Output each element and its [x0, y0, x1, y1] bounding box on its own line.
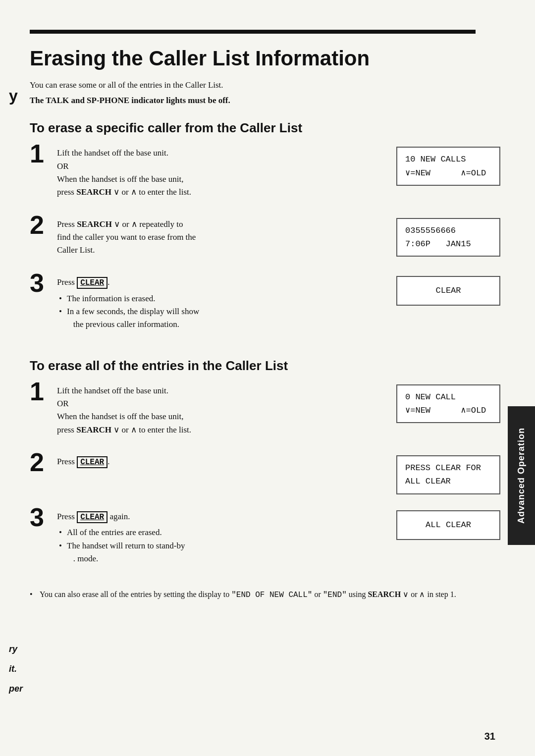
s1-step1-line3: When the handset is off the base unit, — [57, 174, 184, 184]
lcd-s2-step2-line2: ALL CLEAR — [405, 475, 491, 488]
s1-step1-line1: Lift the handset off the base unit. — [57, 148, 168, 158]
section2-step1-inner: 1 Lift the handset off the base unit. OR… — [30, 382, 384, 436]
lcd-s1-step1-line1: 10 NEW CALLS — [405, 153, 491, 166]
intro-line2-bold: The TALK and SP-PHONE indicator lights m… — [30, 96, 230, 105]
section2-step2-left: 2 Press CLEAR. — [30, 453, 384, 484]
section1-step2: 2 Press SEARCH ∨ or ∧ repeatedly to find… — [30, 216, 500, 266]
lcd-s2-step3: ALL CLEAR — [396, 510, 500, 540]
margin-letter-y: y — [9, 87, 18, 105]
margin-letter-per: per — [9, 684, 23, 694]
clear-key-s2-2: CLEAR — [77, 456, 107, 468]
section1-step1: 1 Lift the handset off the base unit. OR… — [30, 145, 500, 208]
lcd-s2-step1-line1: 0 NEW CALL — [405, 390, 491, 404]
step-content-s1-3: Press CLEAR. The information is erased. … — [57, 274, 384, 331]
bottom-note-code2: "END" — [323, 591, 347, 599]
side-tab: Advanced Operation — [508, 406, 535, 545]
lcd-s1-step2-line1: 0355556666 — [405, 224, 491, 237]
lcd-s1-step2-line2: 7:06P JAN15 — [405, 237, 491, 251]
section1-step3: 3 Press CLEAR. The information is erased… — [30, 274, 500, 340]
section1-step3-display: CLEAR — [396, 274, 500, 312]
bottom-note-code1: "END OF NEW CALL" — [231, 591, 312, 599]
margin-letter-it: it. — [9, 664, 17, 674]
lcd-s2-step2-line1: PRESS CLEAR FOR — [405, 461, 491, 475]
s1-step1-line4: press SEARCH ∨ or ∧ to enter the list. — [57, 187, 191, 197]
section1-step2-left: 2 Press SEARCH ∨ or ∧ repeatedly to find… — [30, 216, 384, 266]
s1-step3-bullet2: In a few seconds, the display will show … — [59, 305, 384, 331]
section2-step1-display: 0 NEW CALL ∨=NEW ∧=OLD — [396, 382, 500, 429]
section2-step2-display: PRESS CLEAR FOR ALL CLEAR — [396, 453, 500, 500]
lcd-s1-step2: 0355556666 7:06P JAN15 — [396, 218, 500, 257]
intro-line1: You can erase some or all of the entries… — [30, 79, 500, 92]
section2-step1-left: 1 Lift the handset off the base unit. OR… — [30, 382, 384, 445]
s2-step3-press: Press CLEAR again. — [57, 512, 130, 521]
s1-step1-or: OR — [57, 162, 69, 171]
step-content-s2-2: Press CLEAR. — [57, 453, 384, 469]
section2-step2-inner: 2 Press CLEAR. — [30, 453, 384, 475]
lcd-s2-step2: PRESS CLEAR FOR ALL CLEAR — [396, 455, 500, 494]
bottom-note-text: You can also erase all of the entries by… — [40, 590, 456, 598]
section1-step3-left: 3 Press CLEAR. The information is erased… — [30, 274, 384, 340]
step-content-s2-3: Press CLEAR again. All of the entries ar… — [57, 508, 384, 566]
s1-step3-bullet1: The information is erased. — [59, 292, 384, 305]
section1-step3-inner: 3 Press CLEAR. The information is erased… — [30, 274, 384, 331]
clear-key-s1-3: CLEAR — [77, 277, 107, 289]
s2-step1-or: OR — [57, 399, 69, 408]
s1-step3-press: Press CLEAR. — [57, 277, 109, 287]
step-number-s1-2: 2 — [30, 212, 57, 238]
s2-step1-line3: When the handset is off the base unit, — [57, 412, 184, 421]
section1-step2-display: 0355556666 7:06P JAN15 — [396, 216, 500, 263]
main-content: Erasing the Caller List Information You … — [30, 37, 500, 612]
clear-key-s2-3: CLEAR — [77, 511, 107, 523]
section2-step2: 2 Press CLEAR. PRESS CLEAR FOR ALL CLEAR — [30, 453, 500, 500]
top-bar — [30, 30, 476, 34]
s2-step1-line1: Lift the handset off the base unit. — [57, 386, 168, 395]
step-content-s2-1: Lift the handset off the base unit. OR W… — [57, 382, 384, 436]
lcd-s2-step3-line1: ALL CLEAR — [426, 518, 471, 532]
page: Advanced Operation y ry it. per Erasing … — [0, 0, 535, 756]
section1-step1-inner: 1 Lift the handset off the base unit. OR… — [30, 145, 384, 199]
step-content-s1-2: Press SEARCH ∨ or ∧ repeatedly to find t… — [57, 216, 384, 257]
bottom-note: You can also erase all of the entries by… — [30, 588, 500, 602]
section2-step3-display: ALL CLEAR — [396, 508, 500, 546]
step-number-s2-3: 3 — [30, 504, 57, 530]
section1-step2-inner: 2 Press SEARCH ∨ or ∧ repeatedly to find… — [30, 216, 384, 257]
section2-step3-inner: 3 Press CLEAR again. All of the entries … — [30, 508, 384, 566]
intro-line2: The TALK and SP-PHONE indicator lights m… — [30, 94, 500, 107]
s1-step3-bullets: The information is erased. In a few seco… — [59, 292, 384, 331]
section1-step1-left: 1 Lift the handset off the base unit. OR… — [30, 145, 384, 208]
s2-step2-press: Press CLEAR. — [57, 457, 109, 466]
lcd-s1-step3: CLEAR — [396, 276, 500, 306]
section2-heading: To erase all of the entries in the Calle… — [30, 358, 500, 374]
s2-step3-bullet2: The handset will return to stand-by . mo… — [59, 540, 384, 566]
margin-letter-ry: ry — [9, 644, 17, 654]
step-number-s1-3: 3 — [30, 270, 57, 296]
section2-step1: 1 Lift the handset off the base unit. OR… — [30, 382, 500, 445]
step-number-s2-1: 1 — [30, 378, 57, 404]
s1-step2-line2: find the caller you want to erase from t… — [57, 232, 196, 242]
section1-heading: To erase a specific caller from the Call… — [30, 120, 500, 136]
section1-step1-display: 10 NEW CALLS ∨=NEW ∧=OLD — [396, 145, 500, 191]
step-number-s2-2: 2 — [30, 449, 57, 475]
page-title: Erasing the Caller List Information — [30, 47, 500, 70]
section2-step3-left: 3 Press CLEAR again. All of the entries … — [30, 508, 384, 575]
lcd-s2-step1-line2: ∨=NEW ∧=OLD — [405, 404, 491, 417]
step-content-s1-1: Lift the handset off the base unit. OR W… — [57, 145, 384, 199]
lcd-s1-step1: 10 NEW CALLS ∨=NEW ∧=OLD — [396, 147, 500, 185]
lcd-s1-step3-line1: CLEAR — [435, 284, 461, 297]
s1-step2-line3: Caller List. — [57, 245, 95, 255]
lcd-s1-step1-line2: ∨=NEW ∧=OLD — [405, 166, 491, 180]
s2-step3-bullets: All of the entries are erased. The hands… — [59, 526, 384, 565]
s2-step3-bullet1: All of the entries are erased. — [59, 526, 384, 539]
step-number-s1-1: 1 — [30, 141, 57, 166]
lcd-s2-step1: 0 NEW CALL ∨=NEW ∧=OLD — [396, 384, 500, 423]
s1-step2-line1: Press SEARCH ∨ or ∧ repeatedly to — [57, 219, 183, 229]
s2-step1-line4: press SEARCH ∨ or ∧ to enter the list. — [57, 425, 191, 434]
page-number: 31 — [484, 731, 495, 742]
section2-step3: 3 Press CLEAR again. All of the entries … — [30, 508, 500, 575]
side-tab-label: Advanced Operation — [516, 428, 527, 524]
